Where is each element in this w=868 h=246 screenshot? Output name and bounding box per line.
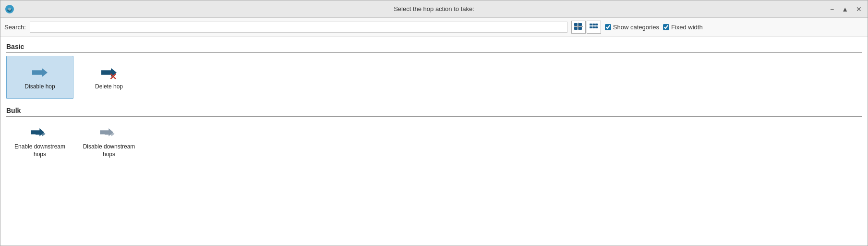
- svg-point-1: [8, 8, 11, 11]
- category-bulk: Bulk: [6, 107, 862, 117]
- disable-downstream-item[interactable]: Disable downstream hops: [75, 120, 143, 163]
- svg-rect-12: [592, 26, 595, 28]
- restore-button[interactable]: ▲: [840, 4, 850, 14]
- titlebar-controls: − ▲ ✕: [828, 4, 864, 14]
- svg-marker-20: [100, 128, 113, 136]
- svg-marker-18: [31, 128, 44, 136]
- grid-view-button[interactable]: [587, 21, 601, 34]
- svg-rect-3: [579, 23, 582, 26]
- basic-items-grid: Disable hop Delete hop: [6, 56, 862, 99]
- search-label: Search:: [4, 24, 26, 31]
- enable-downstream-label: Enable downstream hops: [11, 143, 69, 158]
- svg-rect-13: [595, 26, 598, 28]
- titlebar-left: [4, 4, 15, 14]
- disable-hop-item[interactable]: Disable hop: [6, 56, 73, 99]
- search-wrapper: 🔍: [30, 22, 567, 33]
- fixed-width-option[interactable]: Fixed width: [663, 24, 703, 31]
- category-basic: Basic: [6, 43, 862, 53]
- svg-rect-9: [592, 24, 595, 25]
- svg-rect-7: [574, 26, 583, 27]
- svg-rect-10: [595, 24, 598, 25]
- delete-hop-label: Delete hop: [95, 83, 123, 91]
- titlebar: Select the hop action to take: − ▲ ✕: [0, 0, 868, 18]
- show-categories-option[interactable]: Show categories: [605, 24, 659, 31]
- list-view-icon: [574, 23, 583, 30]
- content-area: Basic Disable hop Delete: [0, 37, 868, 246]
- svg-rect-8: [590, 24, 592, 25]
- close-button[interactable]: ✕: [854, 4, 864, 14]
- search-input[interactable]: [30, 22, 567, 33]
- disable-downstream-label: Disable downstream hops: [80, 143, 138, 158]
- main-window: Select the hop action to take: − ▲ ✕ Sea…: [0, 0, 868, 246]
- delete-hop-icon: [99, 65, 119, 80]
- svg-rect-11: [590, 26, 592, 28]
- show-categories-label: Show categories: [613, 24, 659, 31]
- disable-hop-label: Disable hop: [24, 83, 55, 91]
- svg-rect-2: [574, 23, 578, 26]
- enable-downstream-item[interactable]: Enable downstream hops: [6, 120, 73, 163]
- app-logo-icon: [4, 4, 15, 14]
- window-title: Select the hop action to take:: [394, 5, 474, 12]
- svg-marker-14: [32, 68, 48, 77]
- disable-hop-icon: [30, 65, 49, 80]
- view-toggle-group: [571, 21, 601, 34]
- svg-rect-4: [574, 27, 578, 30]
- minimize-button[interactable]: −: [828, 4, 836, 14]
- svg-rect-5: [579, 27, 582, 30]
- enable-downstream-icon: [30, 125, 49, 140]
- toolbar: Search: 🔍: [0, 18, 868, 37]
- delete-hop-item[interactable]: Delete hop: [75, 56, 143, 99]
- grid-view-icon: [590, 23, 598, 30]
- list-view-button[interactable]: [571, 21, 586, 34]
- fixed-width-label: Fixed width: [671, 24, 703, 31]
- bulk-items-grid: Enable downstream hops Disable downstrea…: [6, 120, 862, 163]
- fixed-width-checkbox[interactable]: [663, 24, 669, 30]
- show-categories-checkbox[interactable]: [605, 24, 611, 30]
- disable-downstream-icon: [99, 125, 119, 140]
